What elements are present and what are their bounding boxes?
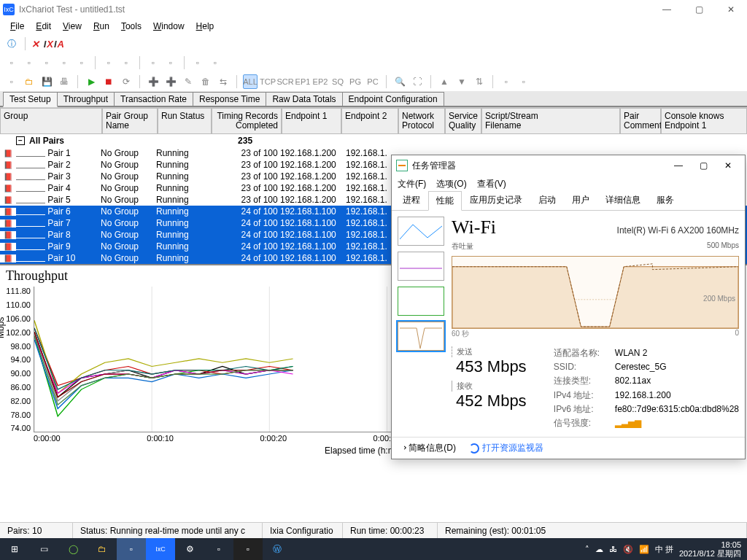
col-group[interactable]: Group [0,108,102,134]
paste-icon[interactable]: ▫ [74,55,89,70]
tab-transaction-rate[interactable]: Transaction Rate [114,92,193,106]
all-pairs-row[interactable]: − All Pairs 235 [0,134,747,147]
app1-icon[interactable]: ▫ [117,538,146,560]
tm-tab[interactable]: 用户 [564,190,597,210]
copy-icon[interactable]: ▫ [57,55,71,70]
tm-tab[interactable]: 详细信息 [597,190,649,210]
restart-icon[interactable]: ⟳ [119,74,133,89]
menu-run[interactable]: Run [88,21,115,31]
col-ep2[interactable]: Endpoint 2 [341,108,398,134]
collapse-icon[interactable]: ▫ [516,74,531,89]
tray-ime[interactable]: 中 拼 [655,544,673,555]
tab-throughput[interactable]: Throughput [57,92,115,106]
mode-scr[interactable]: SCR [278,74,293,89]
save2-icon[interactable]: 💾 [39,74,54,89]
mode-pc[interactable]: PC [365,74,380,89]
replicate-icon[interactable]: ▫ [163,55,178,70]
tm-minimize[interactable]: — [666,157,691,174]
tray-clock[interactable]: 18:05 2021/8/12 星期四 [679,540,741,558]
col-script[interactable]: Script/StreamFilename [481,108,620,134]
menu-edit[interactable]: Edit [30,21,57,31]
tm-menu-view[interactable]: 查看(V) [477,178,506,190]
cut-icon[interactable]: ▫ [101,55,116,70]
col-runstatus[interactable]: Run Status [158,108,212,134]
tray-wifi-icon[interactable]: 📶 [639,545,649,554]
del-icon[interactable]: ▫ [119,55,133,70]
browser-icon[interactable]: ◯ [58,538,88,560]
tm-tab[interactable]: 服务 [649,190,682,210]
settings-icon[interactable]: ⚙ [175,538,204,560]
new2-icon[interactable]: ▫ [4,74,19,89]
mode-tcp[interactable]: TCP [260,74,275,89]
mode-ep2[interactable]: EP2 [313,74,328,89]
mode-all[interactable]: ALL [243,74,258,89]
menu-view[interactable]: View [57,21,88,31]
info-icon[interactable]: ⓘ [4,36,19,51]
tab-raw-data[interactable]: Raw Data Totals [266,92,342,106]
print-icon[interactable]: 🖶 [57,74,71,89]
tm-tab[interactable]: 应用历史记录 [462,190,530,210]
tray-network-icon[interactable]: 🖧 [609,545,617,553]
tm-thumb-mem[interactable] [398,252,444,281]
tray-volume-icon[interactable]: 🔇 [623,545,633,554]
view-icon[interactable]: ▫ [208,55,222,70]
windows-taskbar[interactable]: ⊞ ▭ ◯ 🗀 ▫ IxC ⚙ ▫ ▫ Ⓦ ˄ ☁ 🖧 🔇 📶 中 拼 18:0… [0,538,747,560]
col-ep1[interactable]: Endpoint 1 [282,108,341,134]
fit-icon[interactable]: ⛶ [410,74,425,89]
col-pairgroup[interactable]: Pair GroupName [102,108,158,134]
tray-cloud-icon[interactable]: ☁ [595,545,603,554]
col-protocol[interactable]: NetworkProtocol [398,108,445,134]
tm-tab[interactable]: 进程 [395,190,428,210]
tm-titlebar[interactable]: 任务管理器 — ▢ ✕ [392,155,745,176]
tm-maximize[interactable]: ▢ [691,157,716,174]
menu-tools[interactable]: Tools [115,21,147,31]
tm-menu-file[interactable]: 文件(F) [398,178,426,190]
menu-window[interactable]: Window [147,21,190,31]
open-icon[interactable]: ▫ [22,55,36,70]
expand-icon[interactable]: ▫ [499,74,514,89]
start-button[interactable]: ⊞ [0,538,29,560]
folder-icon[interactable]: 🗀 [22,74,36,89]
zoom-icon[interactable]: 🔍 [392,74,407,89]
close-button[interactable]: ✕ [715,0,747,18]
app2-icon[interactable]: ▫ [204,538,233,560]
maximize-button[interactable]: ▢ [683,0,715,18]
tm-thumb-cpu[interactable] [398,217,444,246]
del2-icon[interactable]: 🗑 [198,74,213,89]
tm-close[interactable]: ✕ [716,157,740,174]
props-icon[interactable]: ▫ [146,55,160,70]
down-icon[interactable]: ▼ [454,74,469,89]
mode-sq[interactable]: SQ [330,74,345,89]
tm-tab[interactable]: 启动 [530,190,564,210]
tab-endpoint-config[interactable]: Endpoint Configuration [342,92,444,106]
col-comment[interactable]: PairComment [620,108,661,134]
tab-test-setup[interactable]: Test Setup [3,92,58,107]
addpair-icon[interactable]: ➕ [146,74,160,89]
tab-response-time[interactable]: Response Time [193,92,266,106]
ixchariot-taskbar-icon[interactable]: IxC [146,538,175,560]
up-icon[interactable]: ▲ [437,74,452,89]
run-icon[interactable]: ▶ [84,74,98,89]
col-timing[interactable]: Timing RecordsCompleted [212,108,282,134]
wps-icon[interactable]: Ⓦ [263,538,292,560]
tm-menu-options[interactable]: 选项(O) [436,178,466,190]
explorer-icon[interactable]: 🗀 [88,538,117,560]
task-manager-window[interactable]: 任务管理器 — ▢ ✕ 文件(F) 选项(O) 查看(V) 进程性能应用历史记录… [391,155,746,459]
minimize-button[interactable]: — [651,0,683,18]
tm-fewer-details[interactable]: ⌃ 简略信息(D) [399,442,456,454]
sort-icon[interactable]: ⇅ [472,74,487,89]
taskview-icon[interactable]: ▭ [29,538,58,560]
stop-icon[interactable]: ⏹ [101,74,116,89]
chart-icon[interactable]: ▫ [190,55,205,70]
swap-icon[interactable]: ⇆ [216,74,231,89]
addgroup-icon[interactable]: ➕ [163,74,178,89]
save-icon[interactable]: ▫ [39,55,54,70]
tm-tab[interactable]: 性能 [428,191,462,211]
tray-up-icon[interactable]: ˄ [585,545,589,554]
tm-open-resmon[interactable]: 打开资源监视器 [469,442,543,454]
menu-help[interactable]: Help [190,21,220,31]
mode-ep1[interactable]: EP1 [295,74,310,89]
menu-file[interactable]: File [4,21,30,31]
col-quality[interactable]: ServiceQuality [445,108,481,134]
terminal-icon[interactable]: ▫ [233,538,263,560]
